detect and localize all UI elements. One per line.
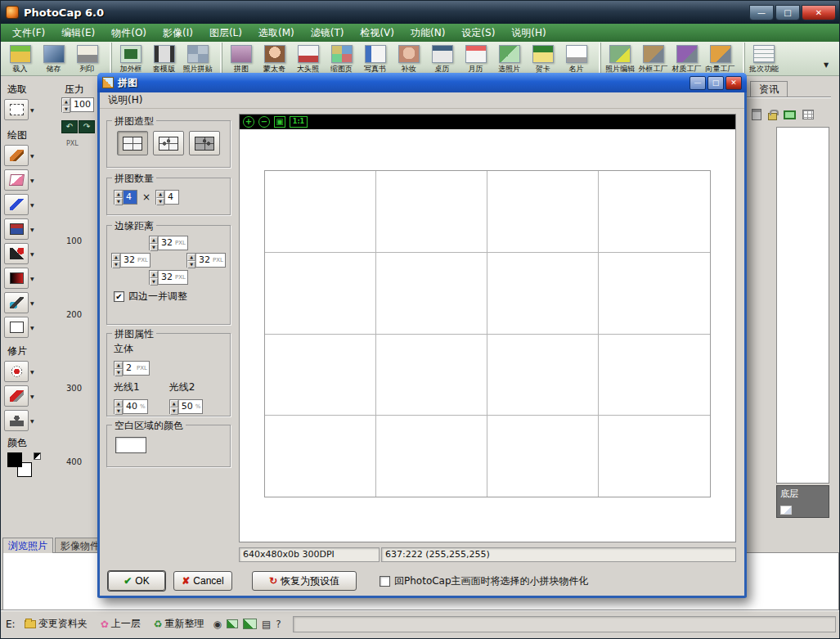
thumbnail-large-icon[interactable] (243, 619, 257, 629)
edge-right-value[interactable]: 32 (196, 254, 213, 267)
undo-button[interactable]: ↶ (61, 120, 78, 133)
toolbar-item[interactable]: 外框工厂 (636, 43, 670, 73)
toolbar-item[interactable]: 载入 (3, 43, 37, 73)
toolbar-item[interactable]: 照片编辑 (600, 43, 636, 73)
style-knob-button[interactable] (189, 131, 220, 155)
spinner-down-icon[interactable]: ▼ (115, 198, 123, 205)
menubar-item[interactable]: 图层(L) (201, 24, 250, 42)
edge-left-spinner[interactable]: ▲▼ 32 PXL (111, 253, 150, 268)
toolbar-item[interactable]: 加外框 (111, 43, 147, 73)
cutout-tool-button[interactable] (4, 410, 29, 431)
menubar-item[interactable]: 物件(O) (103, 24, 155, 42)
toolbar-item[interactable]: 贺卡 (526, 43, 559, 73)
toolbar-item[interactable]: 写真书 (358, 43, 392, 73)
object-list-panel[interactable] (776, 127, 829, 484)
tab-browse-photos[interactable]: 浏览照片 (2, 538, 53, 553)
close-button[interactable]: ✕ (802, 5, 836, 20)
pressure-spinner-arrows[interactable]: ▲▼ (62, 98, 71, 111)
spinner-up-icon[interactable]: ▲ (62, 98, 70, 106)
rows-value[interactable]: 4 (165, 191, 178, 204)
edge-top-spinner[interactable]: ▲▼ 32 PXL (149, 236, 188, 250)
spinner-down-icon[interactable]: ▼ (170, 407, 178, 415)
actual-size-icon[interactable]: 1:1 (290, 116, 308, 128)
edge-bottom-value[interactable]: 32 (159, 271, 175, 284)
columns-spinner-arrows[interactable]: ▲▼ (115, 191, 124, 204)
cancel-button[interactable]: ✘ Cancel (173, 571, 232, 591)
toolbar-item[interactable]: 列印 (70, 43, 104, 73)
toolbar-item[interactable]: 补妆 (392, 43, 425, 73)
spinner-down-icon[interactable]: ▼ (187, 261, 195, 268)
menubar-item[interactable]: 说明(H) (503, 24, 554, 42)
depth-spinner[interactable]: ▲▼ 2 PXL (114, 361, 150, 376)
style-grid-button[interactable] (117, 131, 148, 155)
toolbar-item[interactable]: 名片 (559, 43, 593, 73)
monitor-icon[interactable] (784, 110, 796, 119)
toolbar-overflow-icon[interactable]: ▼ (824, 61, 829, 69)
bottom-layer-item[interactable]: 底层 (776, 485, 829, 518)
redo-button[interactable]: ↷ (79, 120, 95, 133)
spinner-up-icon[interactable]: ▲ (150, 236, 158, 244)
spinner-up-icon[interactable]: ▲ (115, 400, 123, 407)
menubar-item[interactable]: 设定(S) (453, 24, 503, 42)
up-level-button[interactable]: ✿ 上一层 (97, 614, 145, 633)
toolbar-item[interactable]: 材质工厂 (670, 43, 703, 73)
redeye-tool-button[interactable] (4, 361, 29, 382)
edge-left-arrows[interactable]: ▲▼ (112, 254, 121, 267)
fit-window-icon[interactable]: ▣ (274, 116, 285, 128)
depth-value[interactable]: 2 (124, 362, 137, 375)
spinner-down-icon[interactable]: ▼ (150, 278, 158, 286)
dialog-close-button[interactable]: ✕ (725, 76, 742, 90)
dialog-menu-help[interactable]: 说明(H) (105, 93, 146, 107)
menubar-item[interactable]: 编辑(E) (53, 24, 103, 42)
brush-tool-button[interactable] (4, 145, 29, 166)
stamp-tool-button[interactable] (4, 218, 29, 240)
ok-button[interactable]: ✔ OK (108, 571, 165, 591)
toolbar-item[interactable]: 向量工厂 (703, 43, 737, 73)
shape-dropdown-icon[interactable]: ▼ (30, 325, 34, 331)
spinner-up-icon[interactable]: ▲ (150, 271, 158, 278)
blank-color-swatch[interactable] (115, 437, 146, 453)
menubar-item[interactable]: 检视(V) (352, 24, 402, 42)
light1-value[interactable]: 40 (124, 400, 140, 413)
pressure-spinner[interactable]: ▲▼ 100 (61, 97, 94, 112)
light1-spinner[interactable]: ▲▼ 40 % (114, 399, 148, 414)
help-icon[interactable]: ? (276, 619, 281, 629)
toolbar-item[interactable]: 月历 (459, 43, 492, 73)
pages-icon[interactable]: ▤ (262, 619, 271, 629)
spinner-up-icon[interactable]: ▲ (115, 362, 123, 369)
toolbar-item[interactable]: 套模版 (147, 43, 181, 73)
edge-top-value[interactable]: 32 (159, 236, 175, 250)
spinner-down-icon[interactable]: ▼ (62, 106, 70, 113)
trash-icon[interactable] (752, 109, 761, 120)
spinner-down-icon[interactable]: ▼ (115, 369, 123, 376)
menubar-item[interactable]: 影像(I) (155, 24, 201, 42)
preview-canvas[interactable] (240, 129, 735, 542)
objectify-row[interactable]: 回PhotoCap主画面时将选择的小拼块物件化 (380, 574, 589, 588)
marquee-tool-button[interactable] (4, 99, 29, 120)
spinner-up-icon[interactable]: ▲ (115, 191, 123, 198)
dialog-minimize-button[interactable]: — (690, 76, 706, 90)
menubar-item[interactable]: 文件(F) (4, 24, 53, 42)
light2-value[interactable]: 50 (179, 400, 195, 413)
fill-tool-button[interactable] (4, 243, 29, 264)
window-titlebar[interactable]: PhotoCap 6.0 — □ ✕ (1, 1, 840, 24)
toolbar-item[interactable]: 桌历 (425, 43, 459, 73)
dialog-maximize-button[interactable]: □ (707, 76, 724, 90)
edge-top-arrows[interactable]: ▲▼ (150, 236, 159, 250)
maximize-button[interactable]: □ (775, 5, 800, 20)
default-colors-icon[interactable] (34, 452, 41, 460)
gradient-dropdown-icon[interactable]: ▼ (30, 276, 34, 281)
stamp-dropdown-icon[interactable]: ▼ (30, 227, 34, 232)
eye-icon[interactable]: ◉ (213, 619, 221, 629)
toolbar-item[interactable]: 照片拼贴 (181, 43, 214, 73)
menubar-item[interactable]: 滤镜(T) (303, 24, 353, 42)
gradient-tool-button[interactable] (4, 268, 29, 289)
zoom-in-icon[interactable]: + (243, 116, 254, 128)
makeup-tool-button[interactable] (4, 385, 29, 407)
spinner-up-icon[interactable]: ▲ (187, 254, 195, 261)
columns-spinner[interactable]: ▲▼ 4 (114, 190, 137, 205)
pen-dropdown-icon[interactable]: ▼ (30, 202, 34, 208)
edge-bottom-arrows[interactable]: ▲▼ (150, 271, 159, 284)
marquee-tool[interactable]: ▼ (4, 99, 34, 120)
adjust-all-row[interactable]: ✔ 四边一并调整 (114, 290, 230, 304)
